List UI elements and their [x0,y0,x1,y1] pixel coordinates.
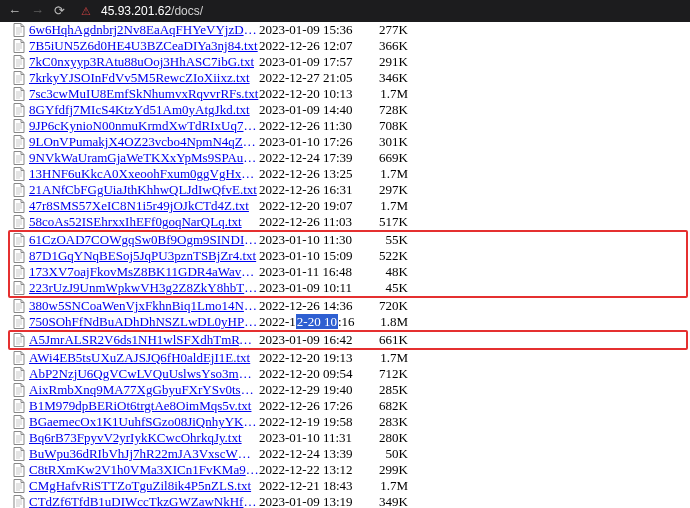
table-row: 223rUzJ9UnmWpkwVH3g2Z8ZkY8hbTv.txt2023-0… [12,280,686,296]
file-icon [12,167,26,181]
file-link[interactable]: 750SOhFfNdBuADhDhNSZLwDL0yHP8R.txt [29,314,259,330]
file-link[interactable]: 6w6HqhAgdnbrj2Nv8EaAqFHYeVYjzD.txt [29,22,259,38]
file-size: 346K [374,70,408,86]
file-date: 2022-12-26 17:26 [259,398,374,414]
file-date: 2022-12-26 16:31 [259,182,374,198]
table-row: 9JP6cKynioN00nmuKrmdXwTdRIxUq7.txt2022-1… [12,118,688,134]
file-link[interactable]: 9LOnVPumakjX4OZ23vcbo4NpmN4qZR.txt [29,134,259,150]
file-size: 661K [374,332,408,348]
table-row: 7krkyYJSOInFdVv5M5RewcZIoXiixz.txt2022-1… [12,70,688,86]
file-icon [12,367,26,381]
table-row: C8tRXmKw2V1h0VMa3XICn1FvKMa9qrh9.txt2022… [12,462,688,478]
file-link[interactable]: 47r8SMS57XeIC8N1i5r49jOJkCTd4Z.txt [29,198,259,214]
file-size: 277K [374,22,408,38]
file-link[interactable]: C8tRXmKw2V1h0VMa3XICn1FvKMa9qrh9.txt [29,462,259,478]
file-link[interactable]: 13HNF6uKkcA0XxeoohFxum0ggVgHxW.txt [29,166,259,182]
file-size: 280K [374,430,408,446]
back-icon[interactable]: ← [8,3,21,19]
file-date: 2023-01-09 16:42 [259,332,374,348]
file-icon [12,233,26,247]
table-row: 47r8SMS57XeIC8N1i5r49jOJkCTd4Z.txt2022-1… [12,198,688,214]
file-link[interactable]: 61CzOAD7COWgqSw0Bf9Ogm9SINDIK2.txt [29,232,259,248]
highlighted-group-2: A5JmrALSR2V6ds1NH1wlSFXdhTmRVn.txt2023-0… [8,330,688,350]
url-path: /docs/ [171,4,203,18]
file-link[interactable]: 173XV7oajFkovMsZ8BK11GDR4aWavb.txt [29,264,259,280]
table-row: 58coAs52ISEhrxxIhEFf0goqNarQLq.txt2022-1… [12,214,688,230]
file-size: 1.7M [374,198,408,214]
file-link[interactable]: BuWpu36dRIbVhJj7hR22mJA3VxscWO.txt [29,446,259,462]
file-date: 2023-01-09 17:57 [259,54,374,70]
file-size: 522K [374,248,408,264]
file-icon [12,71,26,85]
file-date: 2022-12-26 12:07 [259,38,374,54]
reload-icon[interactable]: ⟳ [54,3,65,19]
file-link[interactable]: 7sc3cwMuIU8EmfSkNhumvxRqvvrRFs.txt [29,86,259,102]
file-link[interactable]: AbP2NzjU6QgVCwLVQuUslwsYso3mm.txt [29,366,259,382]
insecure-lock-icon: ⚠ [81,5,91,18]
file-icon [12,383,26,397]
address-bar[interactable]: 45.93.201.62/docs/ [101,4,203,18]
file-size: 1.7M [374,350,408,366]
file-icon [12,55,26,69]
table-row: 750SOhFfNdBuADhDhNSZLwDL0yHP8R.txt2022-1… [12,314,688,330]
file-date: 2022-12-22 13:12 [259,462,374,478]
table-row: 8GYfdfj7MIcS4KtzYd51Am0yAtgJkd.txt2023-0… [12,102,688,118]
file-icon [12,265,26,279]
file-size: 712K [374,366,408,382]
file-icon [12,495,26,508]
file-size: 1.8M [374,314,408,330]
file-date: 2022-12-20 10:13 [259,86,374,102]
browser-toolbar: ← → ⟳ ⚠ 45.93.201.62/docs/ [0,0,690,22]
file-link[interactable]: CTdZf6TfdB1uDIWccTkzGWZawNkHf8.txt [29,494,259,508]
table-row: 6w6HqhAgdnbrj2Nv8EaAqFHYeVYjzD.txt2023-0… [12,22,688,38]
file-size: 720K [374,298,408,314]
file-size: 283K [374,414,408,430]
file-date: 2023-01-11 16:48 [259,264,374,280]
file-size: 517K [374,214,408,230]
file-link[interactable]: 8GYfdfj7MIcS4KtzYd51Am0yAtgJkd.txt [29,102,259,118]
file-link[interactable]: 9JP6cKynioN00nmuKrmdXwTdRIxUq7.txt [29,118,259,134]
file-size: 285K [374,382,408,398]
file-size: 366K [374,38,408,54]
file-icon [12,351,26,365]
file-link[interactable]: B1M979dpBERiOt6trgtAe8OimMqs5v.txt [29,398,259,414]
file-link[interactable]: 7krkyYJSOInFdVv5M5RewcZIoXiixz.txt [29,70,259,86]
table-row: 9LOnVPumakjX4OZ23vcbo4NpmN4qZR.txt2023-0… [12,134,688,150]
file-date: 2022-12-20 10:16 [259,314,374,330]
file-date: 2022-12-20 19:13 [259,350,374,366]
file-link[interactable]: 58coAs52ISEhrxxIhEFf0goqNarQLq.txt [29,214,259,230]
file-link[interactable]: AixRmbXnq9MA77XgGbyuFXrYSv0tsG.txt [29,382,259,398]
file-link[interactable]: 21ANfCbFGgUiaJthKhhwQLJdIwQfvE.txt [29,182,259,198]
file-link[interactable]: Bq6rB73FpyvV2yrIykKCwcOhrkqJy.txt [29,430,259,446]
file-icon [12,23,26,37]
file-link[interactable]: 223rUzJ9UnmWpkwVH3g2Z8ZkY8hbTv.txt [29,280,259,296]
file-link[interactable]: 380w5SNCoaWenVjxFkhnBiq1Lmo14N.txt [29,298,259,314]
file-link[interactable]: BGaemecOx1K1UuhfSGzo08JiQnhyYK.txt [29,414,259,430]
file-link[interactable]: 7B5iUN5Z6d0HE4U3BZCeaDIYa3nj84.txt [29,38,259,54]
file-link[interactable]: 7kC0nxyyp3RAtu88uOoj3HhASC7ibG.txt [29,54,259,70]
table-row: AbP2NzjU6QgVCwLVQuUslwsYso3mm.txt2022-12… [12,366,688,382]
file-link[interactable]: 87D1GqYNqBESoj5JqPU3pznTSBjZr4.txt [29,248,259,264]
file-size: 669K [374,150,408,166]
file-date: 2022-12-24 13:39 [259,446,374,462]
file-icon [12,119,26,133]
forward-icon[interactable]: → [31,3,44,19]
file-size: 55K [374,232,408,248]
file-date: 2023-01-09 15:36 [259,22,374,38]
text-selection: 2-20 10 [296,314,338,329]
table-row: A5JmrALSR2V6ds1NH1wlSFXdhTmRVn.txt2023-0… [12,332,686,348]
file-date: 2022-12-19 19:58 [259,414,374,430]
file-link[interactable]: CMgHafvRiSTTZoTguZil8ik4P5nZLS.txt [29,478,259,494]
file-link[interactable]: A5JmrALSR2V6ds1NH1wlSFXdhTmRVn.txt [29,332,259,348]
file-icon [12,199,26,213]
file-link[interactable]: AWi4EB5tsUXuZAJSJQ6fH0aldEjI1E.txt [29,350,259,366]
file-icon [12,299,26,313]
file-size: 1.7M [374,478,408,494]
file-size: 682K [374,398,408,414]
file-date: 2022-12-20 09:54 [259,366,374,382]
table-row: 7B5iUN5Z6d0HE4U3BZCeaDIYa3nj84.txt2022-1… [12,38,688,54]
file-link[interactable]: 9NVkWaUramGjaWeTKXxYpMs9SPAuOd.txt [29,150,259,166]
file-date: 2023-01-09 14:40 [259,102,374,118]
file-date: 2022-12-24 17:39 [259,150,374,166]
file-icon [12,281,26,295]
